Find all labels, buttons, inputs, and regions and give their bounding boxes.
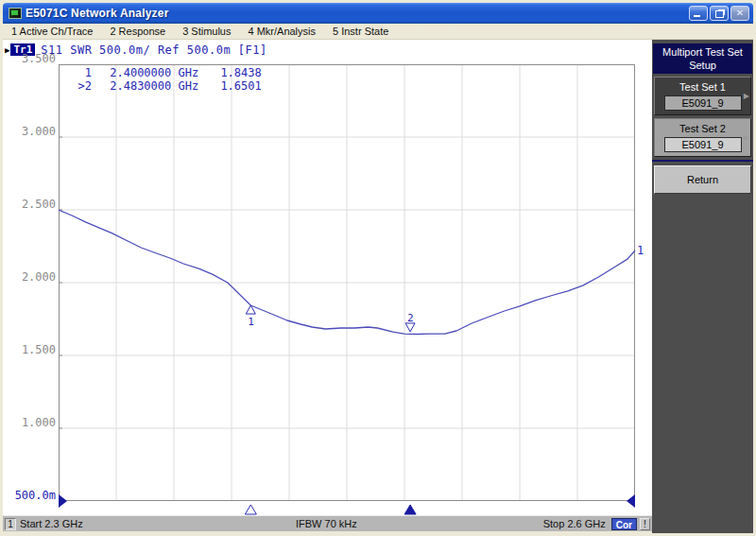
- reference-level-arrow-left-icon[interactable]: [59, 494, 67, 508]
- marker-id: 1: [73, 66, 92, 79]
- submenu-arrow-icon: ▶: [744, 92, 749, 100]
- y-axis-label: 3.000: [5, 125, 56, 138]
- marker-1-number: 1: [248, 316, 254, 328]
- marker-id: >2: [73, 79, 92, 93]
- marker-freq: 2.4000000 GHz: [110, 66, 198, 79]
- marker-2-stimulus-indicator-icon[interactable]: [404, 505, 416, 514]
- menu-bar: 1 Active Ch/Trace 2 Response 3 Stimulus …: [3, 24, 753, 40]
- marker-value: 1.8438: [220, 66, 261, 79]
- marker-readout: 1 2.4000000 GHz 1.8438 >2 2.4830000 GHz …: [73, 66, 262, 93]
- restore-button-icon[interactable]: [710, 6, 729, 21]
- y-axis-reference-label: 500.0m: [5, 489, 56, 502]
- y-axis-label: 2.500: [5, 198, 56, 211]
- menu-response[interactable]: 2 Response: [101, 25, 174, 38]
- stop-frequency: Stop 2.6 GHz: [543, 518, 606, 529]
- menu-mkr-analysis[interactable]: 4 Mkr/Analysis: [239, 25, 324, 38]
- status-bar: 1 Start 2.3 GHz IFBW 70 kHz Stop 2.6 GHz…: [3, 515, 653, 531]
- close-button-icon[interactable]: [730, 6, 749, 21]
- softkey-label: Test Set 1: [655, 80, 750, 94]
- ifbw-readout: IFBW 70 kHz: [296, 518, 357, 529]
- marker-2-symbol-icon[interactable]: [405, 323, 415, 332]
- y-axis-label: 1.000: [5, 416, 56, 429]
- app-icon: [9, 8, 22, 19]
- softkey-test-set-1[interactable]: Test Set 1 E5091_9 ▶: [654, 77, 751, 115]
- softkey-menu-title-line2: Setup: [655, 59, 750, 72]
- softkey-test-set-2[interactable]: Test Set 2 E5091_9 ▶: [654, 118, 751, 157]
- marker-freq: 2.4830000 GHz: [110, 79, 198, 93]
- start-frequency: Start 2.3 GHz: [20, 518, 83, 529]
- marker-value: 1.6501: [220, 79, 261, 93]
- reference-level-arrow-right-icon[interactable]: [627, 494, 635, 508]
- graph-canvas: 112: [59, 64, 646, 516]
- submenu-arrow-icon: ▶: [744, 133, 749, 142]
- y-axis-label: 1.500: [5, 343, 56, 356]
- softkey-label: Test Set 2: [655, 122, 750, 135]
- trace-parameters: S11 SWR 500.0m/ Ref 500.0m [F1]: [41, 43, 266, 57]
- marker-readout-row: 1 2.4000000 GHz 1.8438: [73, 66, 262, 79]
- plot-region: ▶ Tr1 S11 SWR 500.0m/ Ref 500.0m [F1] 3.…: [3, 40, 652, 515]
- channel-indicator: 1: [5, 518, 16, 530]
- softkey-value: E5091_9: [664, 137, 742, 152]
- softkey-sidebar: Multiport Test Set Setup Test Set 1 E509…: [652, 40, 753, 533]
- marker-readout-row: >2 2.4830000 GHz 1.6501: [73, 79, 262, 93]
- menu-stimulus[interactable]: 3 Stimulus: [174, 25, 239, 38]
- marker-1-stimulus-indicator-icon[interactable]: [245, 505, 256, 514]
- title-bar: E5071C Network Analyzer: [3, 3, 753, 24]
- app-window: E5071C Network Analyzer 1 Active Ch/Trac…: [0, 0, 756, 536]
- alert-indicator[interactable]: !: [640, 518, 650, 530]
- marker-2-number: 2: [407, 312, 414, 324]
- minimize-button-icon[interactable]: [689, 6, 708, 21]
- trace-end-number: 1: [637, 244, 644, 257]
- y-axis-label: 3.500: [5, 52, 56, 65]
- y-axis-label: 2.000: [5, 270, 56, 284]
- return-button[interactable]: Return: [654, 165, 751, 194]
- softkey-menu-title: Multiport Test Set Setup: [653, 43, 752, 74]
- menu-active-ch-trace[interactable]: 1 Active Ch/Trace: [3, 25, 101, 38]
- softkey-value: E5091_9: [664, 95, 742, 111]
- menu-instr-state[interactable]: 5 Instr State: [324, 25, 397, 38]
- correction-badge: Cor: [611, 518, 637, 530]
- window-title: E5071C Network Analyzer: [26, 7, 169, 20]
- softkey-separator: [652, 160, 753, 162]
- softkey-menu-title-line1: Multiport Test Set: [655, 45, 750, 59]
